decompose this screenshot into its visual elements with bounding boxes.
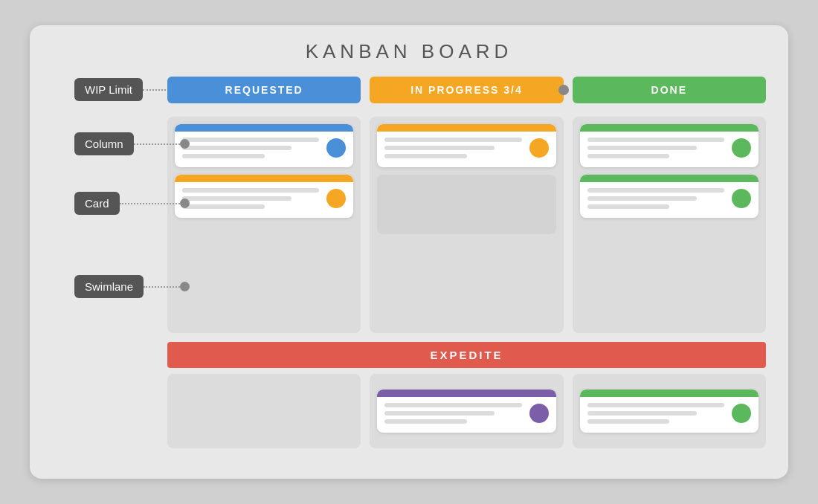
kanban-card — [377, 124, 555, 167]
swimlane-header: EXPEDITE — [167, 342, 766, 368]
card-top-bar — [580, 175, 759, 182]
card-line — [587, 138, 724, 142]
card-dot — [180, 198, 190, 208]
swimlane-dot — [180, 282, 190, 291]
card-line — [587, 196, 697, 201]
card-lines — [587, 188, 724, 209]
swimlane-done-col — [573, 374, 766, 448]
card-line — [587, 419, 670, 424]
inprogress-column — [370, 117, 563, 333]
column-headers: REQUESTED IN PROGRESS 3/4 DONE — [167, 77, 766, 103]
card-top-bar — [580, 124, 759, 132]
card-line — [182, 188, 319, 193]
card-avatar-dot — [732, 189, 751, 208]
kanban-board: KANBAN BOARD WIP Limit Column Card — [30, 25, 788, 479]
card-line — [587, 411, 697, 416]
card-line — [384, 138, 521, 142]
swimlane-section: EXPEDITE — [167, 342, 766, 448]
card-line — [587, 154, 670, 158]
inprogress-label: IN PROGRESS 3/4 — [410, 84, 523, 96]
card-avatar-dot — [326, 189, 346, 208]
done-column — [573, 117, 766, 333]
card-body — [175, 182, 353, 209]
wip-limit-dot — [558, 85, 569, 95]
card-lines — [182, 188, 319, 209]
card-line — [384, 146, 494, 150]
card-dotted-line — [120, 203, 180, 204]
column-dot — [180, 139, 190, 149]
card-avatar-dot — [529, 404, 549, 423]
card-body — [377, 132, 555, 158]
wip-limit-label: WIP Limit — [74, 78, 143, 101]
card-body — [580, 182, 759, 209]
card-line — [182, 196, 292, 201]
card-line — [182, 154, 265, 158]
empty-card-placeholder — [377, 175, 555, 234]
done-label: DONE — [651, 84, 687, 96]
column-dotted-line — [134, 143, 180, 145]
card-line — [384, 419, 467, 424]
card-top-bar — [377, 124, 555, 132]
card-body — [377, 397, 555, 424]
swimlane-annotation: Swimlane — [74, 275, 190, 298]
column-label: Column — [74, 132, 134, 155]
card-line — [182, 204, 265, 209]
card-lines — [587, 138, 724, 158]
card-line — [587, 188, 724, 193]
requested-column — [167, 117, 361, 333]
card-line — [587, 403, 724, 407]
card-lines — [587, 403, 724, 424]
swimlane-requested-col — [167, 374, 361, 448]
card-line — [587, 204, 670, 209]
card-annotation: Card — [74, 192, 190, 215]
kanban-card — [175, 175, 353, 218]
main-columns-area — [167, 117, 766, 333]
card-body — [580, 132, 759, 158]
swimlane-columns-area — [167, 374, 766, 448]
kanban-card — [377, 390, 555, 433]
requested-label: REQUESTED — [225, 84, 303, 96]
card-line — [587, 146, 697, 150]
card-label: Card — [74, 192, 120, 215]
card-top-bar — [175, 124, 353, 132]
card-lines — [384, 138, 521, 158]
column-annotation: Column — [74, 132, 190, 155]
card-body — [175, 132, 353, 158]
card-lines — [384, 403, 521, 424]
column-header-done: DONE — [573, 77, 766, 103]
card-line — [384, 154, 467, 158]
column-header-requested: REQUESTED — [167, 77, 361, 103]
card-line — [384, 411, 494, 416]
card-line — [384, 403, 521, 407]
card-line — [182, 146, 292, 150]
column-header-inprogress: IN PROGRESS 3/4 — [370, 77, 563, 103]
card-top-bar — [580, 390, 759, 397]
swimlane-dotted-line — [144, 286, 180, 288]
swimlane-inprogress-col — [370, 374, 563, 448]
card-lines — [182, 138, 319, 158]
card-body — [580, 397, 759, 424]
swimlane-label: Swimlane — [74, 275, 144, 298]
card-line — [182, 138, 319, 142]
card-avatar-dot — [529, 138, 549, 158]
kanban-card — [175, 124, 353, 167]
kanban-card — [580, 175, 759, 218]
card-top-bar — [377, 390, 555, 397]
kanban-card — [580, 124, 759, 167]
board-title: KANBAN BOARD — [52, 40, 766, 63]
kanban-card — [580, 390, 759, 433]
card-avatar-dot — [732, 138, 751, 158]
card-top-bar — [175, 175, 353, 182]
card-avatar-dot — [326, 138, 346, 158]
card-avatar-dot — [732, 404, 751, 423]
